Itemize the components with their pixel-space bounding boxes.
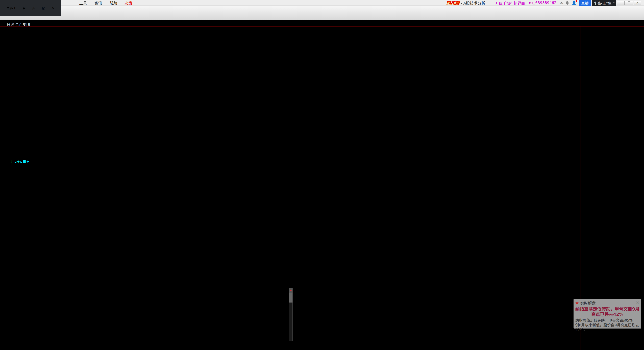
period-bar [0,20,644,26]
restore-button[interactable]: ❐ [625,1,633,5]
news-scrollbar[interactable]: ▲ [289,288,293,341]
popup-brand: 实时解盘 [580,300,596,306]
menu-帮助[interactable]: 帮助 [106,0,121,6]
menu-bar: 工具资讯帮助决策 同花顺 - A股技术分析 升级千档行情界面 nx_639889… [0,0,644,6]
chart-pane-title: 日线 合百集团 [7,22,30,27]
close-button[interactable]: ✕ [634,1,641,5]
promo-link[interactable]: 升级千档行情界面 [495,0,525,6]
date-axis [25,268,580,273]
app-window: 工具资讯帮助决策 同花顺 - A股技术分析 升级千档行情界面 nx_639889… [0,0,644,350]
quickbar-查[interactable]: 查 [52,6,54,10]
main-toolbar [0,6,644,20]
macd-chart[interactable] [25,230,580,268]
quickbar-买[interactable]: 买 [23,6,26,10]
window-title: - A股技术分析 [461,0,485,6]
menu-决策[interactable]: 决策 [121,0,136,6]
minimize-button[interactable]: – [617,1,624,5]
index-bar [0,341,580,346]
macd-label [26,224,576,229]
news-list-left [1,288,285,341]
user-icon[interactable]: 👤 [572,0,576,5]
kline-chart[interactable] [25,26,580,170]
window-controls: –❐✕ [616,1,641,5]
kline-data-panel [6,27,25,170]
popup-title[interactable]: 纳指震荡走低转跌，甲骨文自9月高点已跌去42% [575,306,640,317]
trade-quickbar: 华鑫-王买卖撤查 [0,0,61,16]
bottom-status-bar [0,346,644,350]
menu-items: 工具资讯帮助决策 [76,0,136,6]
realtime-note-popup: ❋ 实时解盘 × 纳指震荡走低转跌，甲骨文自9月高点已跌去42% 纳指震荡走低转… [574,299,641,328]
left-sidebar [0,26,6,342]
news-tab-row [0,281,580,288]
app-logo: 同花顺 [446,0,460,6]
scroll-thumb[interactable] [289,292,292,302]
menu-工具[interactable]: 工具 [76,0,90,6]
volume-label [26,170,576,176]
volume-chart[interactable] [25,176,580,216]
quickbar-卖[interactable]: 卖 [32,6,35,10]
bell-icon[interactable] [566,1,569,5]
news-list-right [296,288,579,341]
popup-body: 纳指震荡走低转跌，甲骨文跌超5%，创6月以来新低，股价自9月高点已跌去42%。 [575,318,640,332]
popup-logo-icon: ❋ [575,300,579,305]
quickbar-撤[interactable]: 撤 [42,6,45,10]
menu-资讯[interactable]: 资讯 [90,0,106,6]
account-dropdown[interactable]: 华鑫-王*生▾ [592,0,616,6]
volume-tab-row [0,216,580,223]
indicator-tab-row [0,274,580,280]
popup-close-icon[interactable]: × [636,301,640,304]
mail-icon[interactable]: ✉ [560,0,563,5]
scroll-up-icon[interactable]: ▲ [289,288,292,292]
quickbar-华鑫-王[interactable]: 华鑫-王 [7,6,16,10]
account-id: nx_639889462 [529,1,556,5]
live-button[interactable]: 直播 [579,0,591,6]
